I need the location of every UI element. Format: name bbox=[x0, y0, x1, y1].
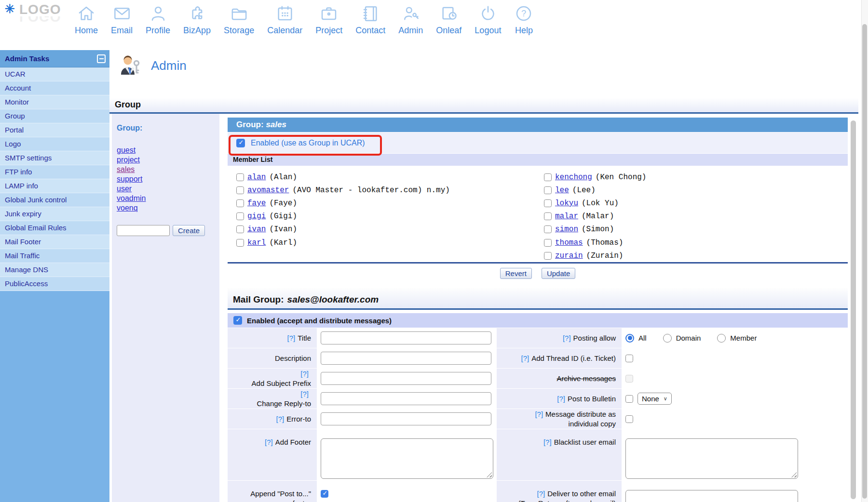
nav-item-profile[interactable]: Profile bbox=[146, 4, 170, 36]
group-link-support[interactable]: support bbox=[117, 174, 142, 184]
group-link-project[interactable]: project bbox=[117, 155, 140, 165]
title-input[interactable] bbox=[321, 331, 491, 344]
member-checkbox-lee[interactable] bbox=[544, 186, 552, 194]
nav-item-onleaf[interactable]: Onleaf bbox=[436, 4, 461, 36]
group-link-voadmin[interactable]: voadmin bbox=[117, 194, 146, 203]
member-link-kenchong[interactable]: kenchong bbox=[555, 173, 592, 182]
add-footer-textarea[interactable] bbox=[321, 438, 493, 479]
member-checkbox-lokyu[interactable] bbox=[544, 199, 552, 207]
group-link-user[interactable]: user bbox=[117, 184, 132, 194]
member-checkbox-karl[interactable] bbox=[236, 239, 244, 247]
nav-item-contact[interactable]: Contact bbox=[355, 4, 385, 36]
mail-enabled-checkbox[interactable] bbox=[233, 316, 242, 325]
append-post-to-checkbox[interactable] bbox=[321, 490, 328, 498]
group-link-sales[interactable]: sales bbox=[117, 165, 135, 174]
member-checkbox-zurain[interactable] bbox=[544, 252, 552, 260]
nav-item-storage[interactable]: Storage bbox=[224, 4, 254, 36]
minus-icon[interactable] bbox=[97, 54, 106, 63]
error-to-input[interactable] bbox=[321, 412, 491, 425]
radio-option-all[interactable]: All bbox=[625, 334, 647, 343]
member-link-ivan[interactable]: ivan bbox=[247, 225, 266, 234]
new-group-input[interactable] bbox=[117, 225, 170, 236]
radio-option-domain[interactable]: Domain bbox=[663, 334, 701, 343]
member-link-alan[interactable]: alan bbox=[247, 173, 266, 182]
member-link-faye[interactable]: faye bbox=[247, 199, 266, 208]
description-input[interactable] bbox=[321, 352, 491, 365]
nav-item-logout[interactable]: Logout bbox=[475, 4, 501, 36]
sidebar-item-monitor[interactable]: Monitor bbox=[0, 95, 109, 109]
deliver-to-other-email-textarea[interactable] bbox=[625, 490, 798, 502]
help-link[interactable]: [?] bbox=[300, 370, 309, 378]
sidebar-item-junk-expiry[interactable]: Junk expiry bbox=[0, 207, 109, 221]
sidebar-item-mail-footer[interactable]: Mail Footer bbox=[0, 235, 109, 249]
help-link[interactable]: [?] bbox=[265, 438, 273, 446]
message-distribute-as-checkbox[interactable] bbox=[625, 415, 633, 423]
member-link-avomaster[interactable]: avomaster bbox=[247, 186, 289, 195]
sidebar-item-global-email-rules[interactable]: Global Email Rules bbox=[0, 221, 109, 235]
help-link[interactable]: [?] bbox=[287, 334, 296, 342]
sidebar-item-portal[interactable]: Portal bbox=[0, 123, 109, 137]
nav-item-home[interactable]: Home bbox=[75, 4, 98, 36]
blacklist-user-email-textarea[interactable] bbox=[625, 438, 798, 479]
nav-item-admin[interactable]: Admin bbox=[398, 4, 423, 36]
post-to-bulletin-checkbox[interactable] bbox=[625, 395, 633, 403]
member-checkbox-avomaster[interactable] bbox=[236, 186, 244, 194]
member-checkbox-gigi[interactable] bbox=[236, 212, 244, 220]
help-link[interactable]: [?] bbox=[521, 354, 529, 362]
help-link[interactable]: [?] bbox=[535, 410, 543, 418]
revert-button[interactable]: Revert bbox=[500, 268, 532, 279]
help-link[interactable]: [?] bbox=[537, 489, 545, 498]
member-link-lee[interactable]: lee bbox=[555, 186, 569, 195]
nav-item-calendar[interactable]: Calendar bbox=[267, 4, 302, 36]
sidebar-item-account[interactable]: Account bbox=[0, 81, 109, 95]
member-checkbox-simon[interactable] bbox=[544, 225, 552, 233]
update-button[interactable]: Update bbox=[542, 268, 575, 279]
add-subject-prefix-input[interactable] bbox=[321, 372, 491, 385]
nav-item-help[interactable]: ?Help bbox=[514, 4, 533, 36]
member-checkbox-malar[interactable] bbox=[544, 212, 552, 220]
change-reply-to-input[interactable] bbox=[321, 392, 491, 405]
sidebar-item-logo[interactable]: Logo bbox=[0, 137, 109, 151]
nav-item-bizapp[interactable]: BizApp bbox=[183, 4, 211, 36]
group-link-guest[interactable]: guest bbox=[117, 145, 136, 155]
member-link-simon[interactable]: simon bbox=[555, 225, 578, 234]
help-link[interactable]: [?] bbox=[563, 334, 571, 342]
radio-member[interactable] bbox=[717, 334, 726, 343]
member-link-lokyu[interactable]: lokyu bbox=[555, 199, 578, 208]
member-checkbox-alan[interactable] bbox=[236, 173, 244, 181]
sidebar-item-group[interactable]: Group bbox=[0, 109, 109, 123]
resize-handle-icon[interactable] bbox=[487, 472, 492, 477]
sidebar-item-ftp-info[interactable]: FTP info bbox=[0, 165, 109, 179]
help-link[interactable]: [?] bbox=[557, 395, 565, 403]
sidebar-item-ucar[interactable]: UCAR bbox=[0, 67, 109, 81]
member-checkbox-thomas[interactable] bbox=[544, 239, 552, 247]
sidebar-item-smtp-settings[interactable]: SMTP settings bbox=[0, 151, 109, 165]
page-scrollbar-thumb[interactable] bbox=[862, 24, 867, 499]
nav-item-project[interactable]: Project bbox=[315, 4, 342, 36]
sidebar-item-mail-traffic[interactable]: Mail Traffic bbox=[0, 249, 109, 263]
resize-handle-icon[interactable] bbox=[791, 472, 797, 477]
help-link[interactable]: [?] bbox=[543, 438, 552, 446]
group-link-voenq[interactable]: voenq bbox=[117, 203, 138, 213]
help-link[interactable]: [?] bbox=[276, 415, 284, 423]
member-link-malar[interactable]: malar bbox=[555, 212, 578, 221]
member-link-gigi[interactable]: gigi bbox=[247, 212, 266, 221]
create-button[interactable]: Create bbox=[173, 225, 205, 236]
radio-all[interactable] bbox=[625, 334, 634, 343]
member-checkbox-kenchong[interactable] bbox=[544, 173, 552, 181]
member-checkbox-faye[interactable] bbox=[236, 199, 244, 207]
group-enabled-checkbox[interactable] bbox=[236, 139, 245, 147]
sidebar-item-manage-dns[interactable]: Manage DNS bbox=[0, 263, 109, 277]
content-scrollbar-thumb[interactable] bbox=[851, 120, 856, 499]
post-to-bulletin-select[interactable]: None∨ bbox=[637, 393, 672, 405]
member-link-karl[interactable]: karl bbox=[247, 238, 266, 247]
sidebar-item-lamp-info[interactable]: LAMP info bbox=[0, 179, 109, 193]
sidebar-item-publicaccess[interactable]: PublicAccess bbox=[0, 277, 109, 291]
radio-domain[interactable] bbox=[663, 334, 672, 343]
page-scrollbar-track[interactable] bbox=[861, 0, 868, 502]
radio-option-member[interactable]: Member bbox=[717, 334, 757, 343]
add-thread-id-i-e-ticket-checkbox[interactable] bbox=[625, 355, 633, 362]
member-checkbox-ivan[interactable] bbox=[236, 225, 244, 233]
nav-item-email[interactable]: Email bbox=[111, 4, 133, 36]
help-link[interactable]: [?] bbox=[300, 390, 309, 398]
